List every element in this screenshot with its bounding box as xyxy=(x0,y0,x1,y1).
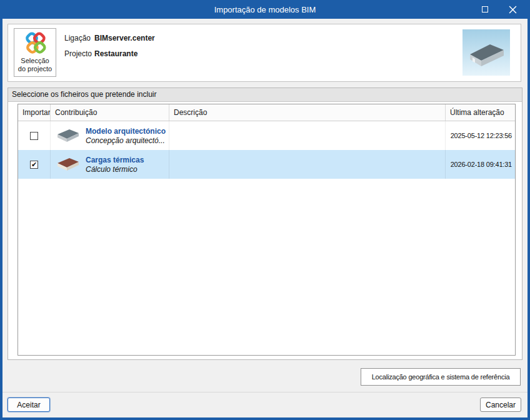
window-title: Importação de modelos BIM xyxy=(214,5,316,14)
contribution-cell: Cargas térmicas Cálculo térmico xyxy=(51,150,169,179)
project-selection-button[interactable]: Selecção do projecto xyxy=(14,28,56,77)
column-header-last-modified[interactable]: Última alteração xyxy=(446,104,515,121)
file-selection-group: Seleccione os ficheiros que pretende inc… xyxy=(8,88,522,360)
import-bim-models-dialog: Importação de modelos BIM xyxy=(0,0,530,420)
window-controls xyxy=(471,0,526,19)
project-button-line1: Selecção xyxy=(18,57,52,65)
connection-field: Ligação BIMserver.center xyxy=(64,34,155,42)
project-selection-button-label: Selecção do projecto xyxy=(18,57,52,73)
cancel-button[interactable]: Cancelar xyxy=(480,398,521,412)
table-header-row: Importar Contribuição Descrição Última a… xyxy=(18,104,515,121)
contribution-name: Modelo arquitectónico xyxy=(86,127,166,136)
description-cell xyxy=(169,121,446,150)
brown-slab-model-icon xyxy=(56,156,80,173)
contribution-text: Modelo arquitectónico Concepção arquitec… xyxy=(86,127,166,145)
connection-label: Ligação xyxy=(64,34,94,42)
maximize-icon xyxy=(482,6,488,12)
description-cell xyxy=(169,150,446,179)
import-checkbox-unchecked[interactable] xyxy=(30,132,38,140)
contribution-cell: Modelo arquitectónico Concepção arquitec… xyxy=(51,121,169,150)
table-row-thermal-loads[interactable]: ✔ Cargas térmicas Cálculo térmico 2026-0… xyxy=(18,150,515,179)
column-header-description[interactable]: Descrição xyxy=(169,104,446,121)
column-header-contribution[interactable]: Contribuição xyxy=(51,104,169,121)
close-icon xyxy=(509,6,517,14)
last-modified-cell: 2025-05-12 12:23:56 xyxy=(446,121,515,150)
contribution-name: Cargas térmicas xyxy=(86,156,144,164)
import-checkbox-checked[interactable]: ✔ xyxy=(30,161,38,169)
project-button-line2: do projecto xyxy=(18,65,52,73)
column-header-import[interactable]: Importar xyxy=(18,104,51,121)
project-field: Projecto Restaurante xyxy=(64,49,138,58)
project-panel: Selecção do projecto Ligação BIMserver.c… xyxy=(8,24,521,82)
project-label: Projecto xyxy=(64,49,94,58)
section-title: Seleccione os ficheiros que pretende inc… xyxy=(8,88,522,102)
bimserver-center-logo-icon xyxy=(22,31,48,56)
project-value: Restaurante xyxy=(94,49,138,58)
import-cell xyxy=(18,121,51,150)
building-model-thumbnail-icon xyxy=(462,29,510,76)
import-cell: ✔ xyxy=(18,150,51,179)
maximize-button[interactable] xyxy=(471,0,499,19)
contribution-subtitle: Concepção arquitectó... xyxy=(86,136,166,145)
connection-value: BIMserver.center xyxy=(94,34,155,42)
table-row-architectural-model[interactable]: Modelo arquitectónico Concepção arquitec… xyxy=(18,121,515,150)
model-thumbnail xyxy=(462,29,510,76)
last-modified-cell: 2026-02-18 09:41:31 xyxy=(446,150,515,179)
accept-button[interactable]: Aceitar xyxy=(8,398,50,412)
geo-location-button[interactable]: Localização geográfica e sistema de refe… xyxy=(361,368,521,386)
bottom-separator xyxy=(2,392,528,392)
gray-slab-model-icon xyxy=(56,128,80,144)
contribution-text: Cargas térmicas Cálculo térmico xyxy=(86,156,144,174)
contribution-subtitle: Cálculo térmico xyxy=(86,165,144,174)
close-button[interactable] xyxy=(499,0,526,19)
titlebar[interactable]: Importação de modelos BIM xyxy=(0,0,530,19)
files-table: Importar Contribuição Descrição Última a… xyxy=(18,104,516,356)
